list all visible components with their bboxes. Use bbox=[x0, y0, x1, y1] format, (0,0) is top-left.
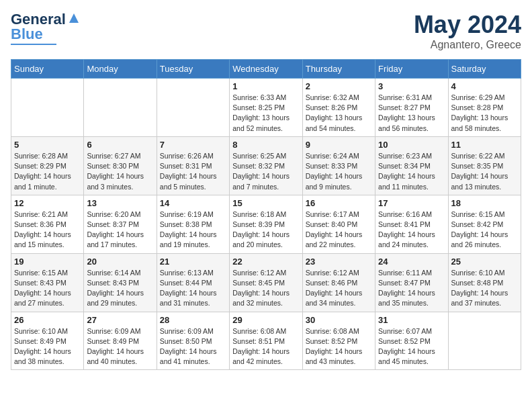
day-info: Sunrise: 6:12 AM Sunset: 8:46 PM Dayligh… bbox=[306, 268, 372, 309]
day-info: Sunrise: 6:11 AM Sunset: 8:47 PM Dayligh… bbox=[378, 268, 445, 309]
day-info: Sunrise: 6:22 AM Sunset: 8:35 PM Dayligh… bbox=[451, 151, 518, 192]
calendar-cell: 30Sunrise: 6:08 AM Sunset: 8:52 PM Dayli… bbox=[302, 312, 375, 370]
day-info: Sunrise: 6:16 AM Sunset: 8:41 PM Dayligh… bbox=[378, 210, 445, 250]
day-number: 9 bbox=[306, 140, 372, 150]
day-number: 24 bbox=[378, 257, 445, 267]
calendar-cell: 29Sunrise: 6:08 AM Sunset: 8:51 PM Dayli… bbox=[230, 312, 302, 370]
calendar-cell: 26Sunrise: 6:10 AM Sunset: 8:49 PM Dayli… bbox=[11, 312, 84, 370]
logo-blue-text: Blue bbox=[11, 26, 43, 43]
calendar-cell: 24Sunrise: 6:11 AM Sunset: 8:47 PM Dayli… bbox=[375, 253, 448, 312]
svg-marker-0 bbox=[69, 13, 79, 23]
calendar-cell: 28Sunrise: 6:09 AM Sunset: 8:50 PM Dayli… bbox=[157, 312, 229, 370]
calendar-location: Agnantero, Greece bbox=[414, 39, 521, 51]
page-header: General Blue May 2024 Agnantero, Greece bbox=[11, 11, 521, 51]
day-info: Sunrise: 6:27 AM Sunset: 8:30 PM Dayligh… bbox=[87, 151, 153, 192]
weekday-header-row: SundayMondayTuesdayWednesdayThursdayFrid… bbox=[11, 60, 521, 79]
day-number: 14 bbox=[160, 198, 226, 208]
calendar-cell: 13Sunrise: 6:20 AM Sunset: 8:37 PM Dayli… bbox=[84, 195, 157, 253]
day-number: 26 bbox=[14, 315, 81, 325]
calendar-week-row: 19Sunrise: 6:15 AM Sunset: 8:43 PM Dayli… bbox=[11, 253, 521, 312]
weekday-sunday: Sunday bbox=[11, 60, 84, 79]
calendar-table: SundayMondayTuesdayWednesdayThursdayFrid… bbox=[11, 59, 521, 370]
day-number: 29 bbox=[232, 315, 299, 325]
day-info: Sunrise: 6:31 AM Sunset: 8:27 PM Dayligh… bbox=[378, 93, 445, 134]
weekday-monday: Monday bbox=[84, 60, 157, 79]
day-info: Sunrise: 6:13 AM Sunset: 8:44 PM Dayligh… bbox=[160, 268, 226, 309]
logo-triangle-icon bbox=[66, 11, 81, 26]
day-info: Sunrise: 6:28 AM Sunset: 8:29 PM Dayligh… bbox=[14, 151, 81, 192]
calendar-cell bbox=[448, 312, 521, 370]
weekday-thursday: Thursday bbox=[302, 60, 375, 79]
day-number: 18 bbox=[451, 198, 518, 208]
day-info: Sunrise: 6:24 AM Sunset: 8:33 PM Dayligh… bbox=[306, 151, 372, 192]
calendar-cell: 4Sunrise: 6:29 AM Sunset: 8:28 PM Daylig… bbox=[448, 79, 521, 137]
title-block: May 2024 Agnantero, Greece bbox=[414, 11, 521, 51]
day-info: Sunrise: 6:09 AM Sunset: 8:50 PM Dayligh… bbox=[160, 326, 226, 367]
logo: General Blue bbox=[11, 11, 81, 45]
calendar-cell: 1Sunrise: 6:33 AM Sunset: 8:25 PM Daylig… bbox=[230, 79, 302, 137]
day-number: 15 bbox=[232, 198, 299, 208]
calendar-cell: 22Sunrise: 6:12 AM Sunset: 8:45 PM Dayli… bbox=[230, 253, 302, 312]
calendar-cell: 17Sunrise: 6:16 AM Sunset: 8:41 PM Dayli… bbox=[375, 195, 448, 253]
day-number: 2 bbox=[306, 81, 372, 91]
day-number: 11 bbox=[451, 140, 518, 150]
day-number: 19 bbox=[14, 257, 81, 267]
day-number: 8 bbox=[232, 140, 299, 150]
calendar-cell: 6Sunrise: 6:27 AM Sunset: 8:30 PM Daylig… bbox=[84, 136, 157, 195]
calendar-cell: 27Sunrise: 6:09 AM Sunset: 8:49 PM Dayli… bbox=[84, 312, 157, 370]
day-number: 3 bbox=[378, 81, 445, 91]
calendar-cell: 7Sunrise: 6:26 AM Sunset: 8:31 PM Daylig… bbox=[157, 136, 229, 195]
day-info: Sunrise: 6:21 AM Sunset: 8:36 PM Dayligh… bbox=[14, 210, 81, 250]
day-info: Sunrise: 6:19 AM Sunset: 8:38 PM Dayligh… bbox=[160, 210, 226, 250]
day-number: 21 bbox=[160, 257, 226, 267]
calendar-cell: 18Sunrise: 6:15 AM Sunset: 8:42 PM Dayli… bbox=[448, 195, 521, 253]
weekday-tuesday: Tuesday bbox=[157, 60, 229, 79]
calendar-cell: 21Sunrise: 6:13 AM Sunset: 8:44 PM Dayli… bbox=[157, 253, 229, 312]
calendar-cell: 25Sunrise: 6:10 AM Sunset: 8:48 PM Dayli… bbox=[448, 253, 521, 312]
day-info: Sunrise: 6:15 AM Sunset: 8:42 PM Dayligh… bbox=[451, 210, 518, 250]
day-info: Sunrise: 6:18 AM Sunset: 8:39 PM Dayligh… bbox=[232, 210, 299, 250]
weekday-wednesday: Wednesday bbox=[230, 60, 302, 79]
day-info: Sunrise: 6:15 AM Sunset: 8:43 PM Dayligh… bbox=[14, 268, 81, 309]
day-number: 17 bbox=[378, 198, 445, 208]
calendar-cell: 20Sunrise: 6:14 AM Sunset: 8:43 PM Dayli… bbox=[84, 253, 157, 312]
day-info: Sunrise: 6:17 AM Sunset: 8:40 PM Dayligh… bbox=[306, 210, 372, 250]
day-info: Sunrise: 6:25 AM Sunset: 8:32 PM Dayligh… bbox=[232, 151, 299, 192]
calendar-week-row: 5Sunrise: 6:28 AM Sunset: 8:29 PM Daylig… bbox=[11, 136, 521, 195]
calendar-cell: 31Sunrise: 6:07 AM Sunset: 8:52 PM Dayli… bbox=[375, 312, 448, 370]
logo-underline bbox=[11, 44, 56, 45]
calendar-cell: 2Sunrise: 6:32 AM Sunset: 8:26 PM Daylig… bbox=[302, 79, 375, 137]
day-info: Sunrise: 6:29 AM Sunset: 8:28 PM Dayligh… bbox=[451, 93, 518, 134]
calendar-cell: 3Sunrise: 6:31 AM Sunset: 8:27 PM Daylig… bbox=[375, 79, 448, 137]
day-number: 22 bbox=[232, 257, 299, 267]
day-info: Sunrise: 6:20 AM Sunset: 8:37 PM Dayligh… bbox=[87, 210, 153, 250]
weekday-saturday: Saturday bbox=[448, 60, 521, 79]
day-info: Sunrise: 6:26 AM Sunset: 8:31 PM Dayligh… bbox=[160, 151, 226, 192]
day-number: 30 bbox=[306, 315, 372, 325]
day-info: Sunrise: 6:14 AM Sunset: 8:43 PM Dayligh… bbox=[87, 268, 153, 309]
calendar-title: May 2024 bbox=[414, 11, 521, 39]
day-number: 28 bbox=[160, 315, 226, 325]
calendar-cell: 15Sunrise: 6:18 AM Sunset: 8:39 PM Dayli… bbox=[230, 195, 302, 253]
day-number: 5 bbox=[14, 140, 81, 150]
day-number: 13 bbox=[87, 198, 153, 208]
day-info: Sunrise: 6:10 AM Sunset: 8:48 PM Dayligh… bbox=[451, 268, 518, 309]
calendar-cell: 5Sunrise: 6:28 AM Sunset: 8:29 PM Daylig… bbox=[11, 136, 84, 195]
day-number: 20 bbox=[87, 257, 153, 267]
day-info: Sunrise: 6:09 AM Sunset: 8:49 PM Dayligh… bbox=[87, 326, 153, 367]
calendar-cell: 11Sunrise: 6:22 AM Sunset: 8:35 PM Dayli… bbox=[448, 136, 521, 195]
day-number: 7 bbox=[160, 140, 226, 150]
day-number: 16 bbox=[306, 198, 372, 208]
calendar-cell bbox=[84, 79, 157, 137]
calendar-cell: 19Sunrise: 6:15 AM Sunset: 8:43 PM Dayli… bbox=[11, 253, 84, 312]
weekday-friday: Friday bbox=[375, 60, 448, 79]
calendar-cell: 8Sunrise: 6:25 AM Sunset: 8:32 PM Daylig… bbox=[230, 136, 302, 195]
calendar-cell: 9Sunrise: 6:24 AM Sunset: 8:33 PM Daylig… bbox=[302, 136, 375, 195]
calendar-cell: 10Sunrise: 6:23 AM Sunset: 8:34 PM Dayli… bbox=[375, 136, 448, 195]
day-number: 10 bbox=[378, 140, 445, 150]
day-info: Sunrise: 6:32 AM Sunset: 8:26 PM Dayligh… bbox=[306, 93, 372, 134]
calendar-cell bbox=[157, 79, 229, 137]
calendar-cell bbox=[11, 79, 84, 137]
day-info: Sunrise: 6:23 AM Sunset: 8:34 PM Dayligh… bbox=[378, 151, 445, 192]
day-number: 1 bbox=[232, 81, 299, 91]
